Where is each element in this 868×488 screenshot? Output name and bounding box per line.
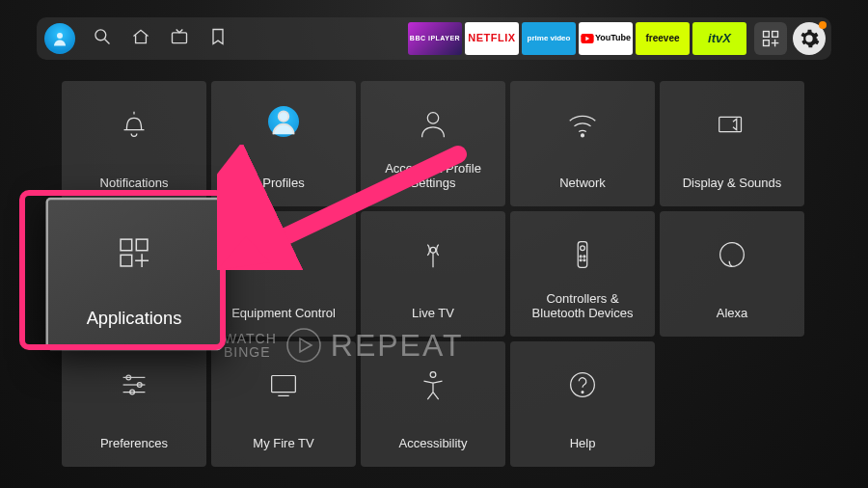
topbar-right-icons [754, 22, 826, 55]
settings-gear-button[interactable] [793, 22, 826, 55]
tile-account-profile-settings[interactable]: Account & Profile Settings [361, 81, 505, 206]
svg-point-25 [580, 256, 582, 258]
tile-preferences[interactable]: Preferences [62, 341, 206, 467]
alexa-icon [660, 236, 804, 273]
svg-point-26 [583, 256, 585, 258]
svg-rect-7 [764, 41, 770, 46]
svg-rect-5 [764, 32, 770, 38]
svg-rect-19 [275, 251, 293, 256]
display-sound-icon [660, 106, 804, 143]
user-icon [361, 106, 505, 143]
svg-point-27 [580, 259, 582, 261]
svg-point-29 [720, 243, 745, 267]
app-chip-youtube[interactable]: YouTube [579, 22, 633, 55]
apps-grid-icon[interactable] [754, 22, 787, 55]
tile-profiles[interactable]: Profiles [211, 81, 356, 206]
notification-dot [819, 21, 827, 29]
svg-point-24 [581, 246, 585, 251]
tile-help[interactable]: Help [510, 341, 655, 467]
firetv-icon [211, 366, 356, 403]
svg-point-10 [279, 111, 289, 122]
search-icon[interactable] [93, 27, 112, 50]
svg-rect-13 [719, 117, 742, 131]
svg-rect-16 [121, 255, 132, 266]
tile-network[interactable]: Network [510, 81, 655, 206]
equipment-icon [211, 236, 356, 273]
svg-rect-6 [773, 32, 778, 38]
gear-icon [799, 28, 820, 49]
accessibility-icon [361, 366, 505, 403]
svg-point-38 [430, 372, 436, 378]
app-chip-bbc-iplayer[interactable]: BBC iPLAYER [408, 22, 462, 55]
tile-accessibility[interactable]: Accessibility [361, 341, 505, 467]
wifi-icon [510, 106, 655, 143]
svg-point-12 [582, 134, 584, 137]
profile-avatar[interactable] [44, 23, 75, 54]
tile-controllers-bluetooth[interactable]: Controllers & Bluetooth Devices [510, 211, 655, 337]
nav-icon-row [93, 27, 228, 50]
top-nav-bar: BBC iPLAYER NETFLIX prime video YouTube … [37, 17, 831, 60]
bell-icon [62, 106, 206, 143]
tile-notifications[interactable]: Notifications [62, 81, 206, 206]
live-tv-icon[interactable] [170, 27, 189, 50]
tile-applications[interactable]: Applications [46, 198, 223, 351]
apps-icon [48, 230, 220, 275]
svg-rect-15 [136, 239, 148, 251]
tile-live-tv[interactable]: Live TV [361, 211, 505, 337]
svg-rect-20 [273, 258, 295, 262]
sliders-icon [62, 366, 206, 403]
app-chip-itvx[interactable]: itvX [692, 22, 746, 55]
app-chip-netflix[interactable]: NETFLIX [465, 22, 519, 55]
tile-alexa[interactable]: Alexa [660, 211, 804, 337]
svg-line-2 [105, 40, 110, 44]
help-icon [510, 366, 655, 403]
tile-display-sounds[interactable]: Display & Sounds [660, 81, 804, 206]
svg-rect-14 [121, 239, 132, 251]
antenna-icon [361, 236, 505, 273]
app-chip-freevee[interactable]: freevee [636, 22, 690, 55]
bookmark-icon[interactable] [208, 27, 228, 50]
settings-grid: Notifications Profiles Account & Profile… [62, 81, 806, 467]
app-shortcut-strip: BBC iPLAYER NETFLIX prime video YouTube … [408, 22, 746, 55]
svg-point-22 [430, 247, 436, 253]
svg-rect-36 [272, 376, 296, 393]
tile-equipment-control[interactable]: Equipment Control [211, 211, 356, 337]
home-icon[interactable] [131, 27, 150, 50]
svg-rect-3 [173, 33, 187, 43]
svg-point-28 [583, 259, 585, 261]
svg-point-0 [57, 33, 63, 39]
profile-avatar-icon [211, 106, 356, 137]
svg-point-40 [582, 392, 583, 393]
remote-icon [510, 236, 655, 273]
svg-point-11 [427, 113, 438, 123]
svg-point-1 [95, 30, 106, 41]
tile-my-fire-tv[interactable]: My Fire TV [211, 341, 356, 467]
app-chip-prime-video[interactable]: prime video [522, 22, 576, 55]
